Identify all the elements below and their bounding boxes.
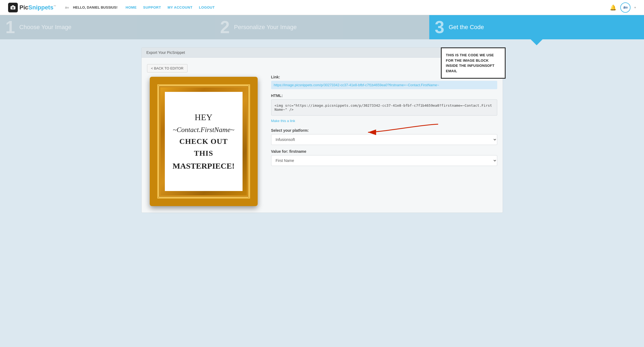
- nav-support[interactable]: SUPPORT: [143, 5, 161, 9]
- frame-inner: HEY ~Contact.FirstName~ CHECK OUT THIS M…: [165, 92, 243, 191]
- dropdown-caret-icon[interactable]: ▾: [634, 6, 636, 9]
- logo-pic-text: Pic: [19, 4, 28, 11]
- step-3-num: 3: [435, 19, 444, 36]
- annotation-box: THIS IS THE CODE WE USE FOR THE IMAGE BL…: [441, 47, 506, 79]
- step-2[interactable]: 2 Personalize Your Image: [215, 15, 430, 39]
- bell-icon[interactable]: 🔔: [610, 4, 616, 11]
- frame-line2: ~Contact.FirstName~: [170, 124, 237, 136]
- image-container: < BACK TO EDITOR HEY ~Contact.FirstName~…: [147, 64, 260, 206]
- avatar-text: itm: [623, 6, 628, 9]
- back-to-editor-button[interactable]: < BACK TO EDITOR: [147, 64, 188, 72]
- nav-home[interactable]: HOME: [126, 5, 137, 9]
- annotation-text: THIS IS THE CODE WE USE FOR THE IMAGE BL…: [446, 53, 495, 73]
- nav-my-account[interactable]: MY ACCOUNT: [168, 5, 192, 9]
- hello-text: HELLO, DANIEL BUSSIUS!: [73, 5, 117, 9]
- step-2-num: 2: [220, 19, 230, 36]
- itm-text: itm: [65, 6, 69, 9]
- platform-select[interactable]: Infusionsoft Mailchimp ActiveCampaign AW…: [271, 134, 497, 145]
- svg-rect-3: [12, 5, 14, 6]
- frame-line4: MASTERPIECE!: [170, 159, 237, 172]
- logo-icon: [8, 3, 18, 12]
- frame-line1: HEY: [170, 110, 237, 124]
- step-1[interactable]: 1 Choose Your Image: [0, 15, 215, 39]
- nav-logout[interactable]: LOGOUT: [199, 5, 215, 9]
- frame-text: HEY ~Contact.FirstName~ CHECK OUT THIS M…: [170, 110, 237, 172]
- frame-outer: HEY ~Contact.FirstName~ CHECK OUT THIS M…: [150, 77, 258, 206]
- html-code[interactable]: <img src="https://image.picsnippets.com/…: [271, 99, 497, 116]
- navbar: PicSnippets™ itm HELLO, DANIEL BUSSIUS! …: [0, 0, 644, 15]
- make-this-a-link[interactable]: Make this a link: [271, 119, 295, 123]
- logo-snippets-text: Snippets: [28, 4, 53, 11]
- navbar-right: 🔔 itm ▾: [610, 2, 636, 13]
- platform-label: Select your platform:: [271, 128, 497, 133]
- step-2-label: Personalize Your Image: [234, 24, 297, 31]
- logo: PicSnippets™: [8, 3, 56, 12]
- frame-line3: CHECK OUT THIS: [170, 136, 237, 160]
- step-3[interactable]: 3 Get the Code: [429, 15, 644, 39]
- step-1-label: Choose Your Image: [19, 24, 71, 31]
- value-select[interactable]: First Name Last Name Email Phone: [271, 155, 497, 166]
- svg-point-2: [12, 7, 13, 8]
- link-value[interactable]: https://image.picsnippets.com/p/30273342…: [271, 81, 497, 89]
- step-3-label: Get the Code: [449, 24, 484, 31]
- avatar[interactable]: itm: [620, 2, 631, 13]
- right-panel: Link: https://image.picsnippets.com/p/30…: [271, 64, 497, 206]
- frame-wrapper: HEY ~Contact.FirstName~ CHECK OUT THIS M…: [150, 77, 258, 206]
- steps-bar: 1 Choose Your Image 2 Personalize Your I…: [0, 15, 644, 39]
- main-nav: HOME SUPPORT MY ACCOUNT LOGOUT: [126, 5, 610, 9]
- brand-itm: itm: [64, 6, 69, 9]
- value-label: Value for: firstname: [271, 149, 497, 154]
- step-1-num: 1: [5, 19, 15, 36]
- main-content: Export Your PicSnippet < BACK TO EDITOR …: [133, 39, 511, 221]
- export-body: < BACK TO EDITOR HEY ~Contact.FirstName~…: [142, 58, 503, 213]
- html-label: HTML:: [271, 93, 497, 98]
